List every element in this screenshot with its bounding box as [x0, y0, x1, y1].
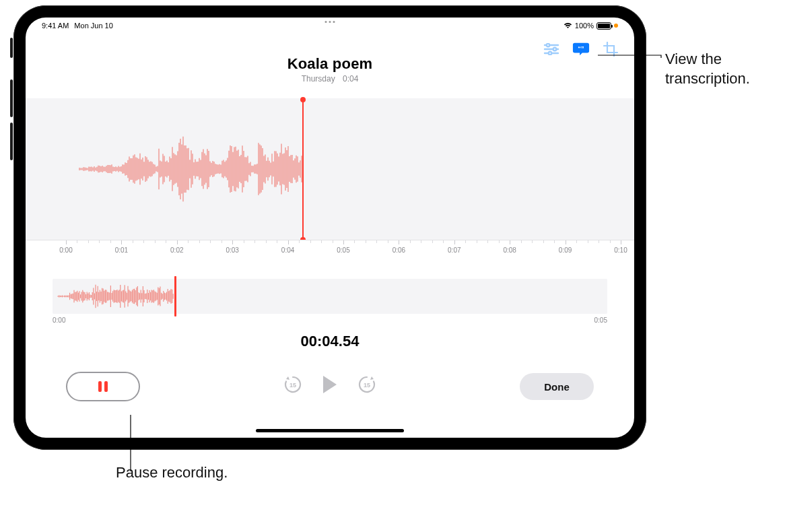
playhead[interactable]: [302, 100, 304, 240]
multitask-dots[interactable]: [325, 21, 335, 23]
svg-point-5: [549, 52, 552, 55]
play-button[interactable]: [323, 376, 337, 393]
svg-text:“”: “”: [578, 45, 584, 52]
title-block: Koala poem Thursday 0:04: [26, 55, 634, 84]
device-volume-down: [10, 123, 13, 160]
pause-icon: [98, 381, 108, 392]
device-side-button: [10, 38, 13, 58]
transport-controls: 15 15 Done: [26, 368, 634, 408]
skip-back-15-button[interactable]: 15: [283, 374, 303, 395]
status-time: 9:41 AM: [42, 22, 69, 30]
svg-text:15: 15: [289, 382, 296, 389]
screen: 9:41 AM Mon Jun 10 100% “”: [26, 18, 634, 438]
transcription-button[interactable]: “”: [572, 42, 590, 57]
overview-waveform[interactable]: 0:00 0:05: [53, 279, 607, 314]
skip-forward-15-button[interactable]: 15: [357, 374, 377, 395]
playback-options-button[interactable]: [543, 42, 560, 57]
device-volume-up: [10, 79, 13, 117]
overview-wave: [53, 279, 607, 314]
done-label: Done: [544, 381, 570, 393]
svg-point-3: [547, 44, 550, 47]
overview-playhead[interactable]: [174, 276, 176, 317]
recording-day: Thursday: [302, 74, 335, 84]
home-indicator[interactable]: [256, 429, 404, 432]
callout-transcription: View the transcription.: [665, 50, 785, 88]
pause-button[interactable]: [66, 372, 140, 401]
waveform: [26, 98, 634, 240]
wifi-icon: [564, 22, 572, 29]
device-frame: 9:41 AM Mon Jun 10 100% “”: [13, 5, 646, 450]
status-date: Mon Jun 10: [74, 22, 112, 30]
battery-percent: 100%: [575, 22, 594, 30]
done-button[interactable]: Done: [520, 373, 594, 400]
recording-duration: 0:04: [343, 74, 358, 84]
callout-pause: Pause recording.: [116, 463, 228, 483]
time-ruler[interactable]: 0:000:010:020:030:040:050:060:070:080:09…: [26, 240, 634, 259]
recording-title[interactable]: Koala poem: [26, 55, 634, 73]
waveform-area[interactable]: 0:000:010:020:030:040:050:060:070:080:09…: [26, 98, 634, 259]
elapsed-timer: 00:04.54: [26, 333, 634, 350]
battery-icon: [596, 22, 611, 30]
trim-button[interactable]: [602, 42, 619, 57]
status-bar: 9:41 AM Mon Jun 10 100%: [26, 18, 634, 32]
svg-text:15: 15: [364, 382, 370, 389]
overview-start-label: 0:00: [53, 317, 65, 324]
edit-toolbar: “”: [543, 42, 619, 57]
mic-in-use-indicator: [614, 24, 618, 28]
overview-end-label: 0:05: [594, 317, 607, 324]
svg-point-4: [553, 48, 557, 51]
